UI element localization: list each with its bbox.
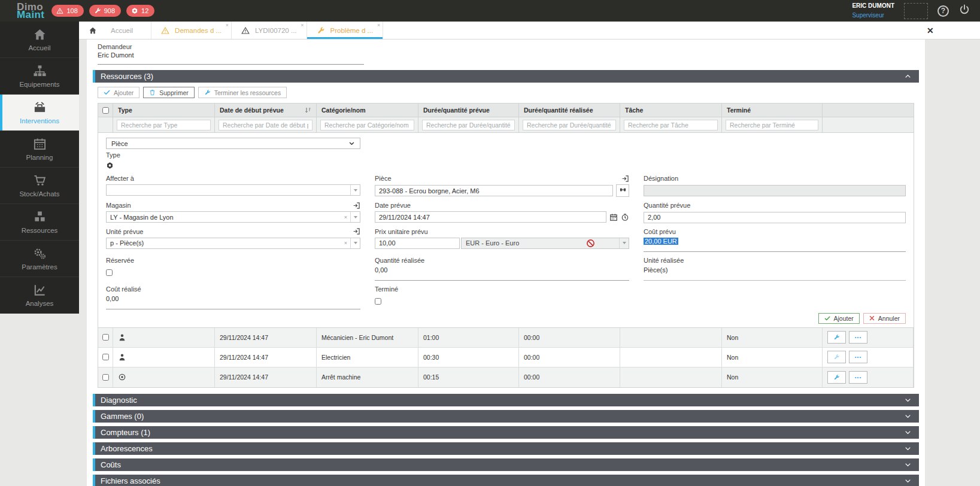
- table-row[interactable]: 29/11/2024 14:47 Electricien 00:30 00:00…: [98, 348, 914, 367]
- add-resource-button[interactable]: Ajouter: [98, 87, 139, 98]
- finish-row-button[interactable]: [827, 351, 846, 363]
- section-header-diagnostic[interactable]: Diagnostic: [93, 394, 919, 406]
- column-header[interactable]: Date de début prévue: [220, 107, 284, 114]
- chevron-down-icon[interactable]: [904, 429, 912, 436]
- column-header[interactable]: Durée/quantité prévue: [423, 107, 490, 114]
- chevron-down-icon[interactable]: [904, 396, 912, 404]
- reservee-field: Réservée: [106, 256, 360, 281]
- open-record-icon[interactable]: [353, 227, 360, 235]
- tab-accueil[interactable]: Accueil: [79, 22, 151, 39]
- select-all-checkbox[interactable]: [102, 107, 109, 114]
- section-title: Diagnostic: [101, 396, 137, 405]
- tab-close-icon[interactable]: ×: [377, 22, 380, 28]
- sidebar-item-stock-achats[interactable]: Stock/Achats: [0, 168, 79, 204]
- section-header-gammes[interactable]: Gammes (0): [93, 410, 919, 423]
- finish-row-button[interactable]: [827, 371, 846, 384]
- delete-resource-button[interactable]: Supprimer: [143, 87, 194, 98]
- avatar[interactable]: [904, 3, 928, 19]
- tab-close-icon[interactable]: ×: [226, 22, 229, 28]
- affecter-combobox[interactable]: [106, 184, 360, 196]
- row-planned: 01:00: [418, 328, 519, 347]
- wrench-count-badge[interactable]: 908: [89, 5, 121, 17]
- row-more-button[interactable]: •••: [849, 351, 867, 363]
- type-select[interactable]: Pièce: [106, 138, 360, 149]
- row-done: Non: [722, 367, 823, 387]
- tab-probleme[interactable]: Problème d ... ×: [307, 22, 384, 39]
- clear-icon[interactable]: ×: [341, 212, 350, 222]
- column-header[interactable]: Durée/quantité réalisée: [524, 107, 593, 114]
- search-type-input[interactable]: [117, 120, 211, 130]
- quantite-prevue-input[interactable]: [644, 212, 906, 223]
- search-done-input[interactable]: [726, 120, 818, 130]
- sidebar-item-interventions[interactable]: Interventions: [0, 95, 79, 131]
- column-header[interactable]: Type: [118, 107, 132, 114]
- clock-picker-icon[interactable]: [621, 213, 629, 221]
- tab-demandes[interactable]: Demandes d ... ×: [151, 22, 232, 39]
- chevron-down-icon[interactable]: [904, 461, 912, 469]
- dropdown-arrow-icon[interactable]: [350, 185, 360, 195]
- column-header[interactable]: Tâche: [625, 107, 643, 114]
- search-date-input[interactable]: [219, 120, 312, 130]
- user-info[interactable]: ERIC DUMONT Superviseur: [852, 2, 894, 19]
- nut-icon: [106, 162, 114, 169]
- finish-row-button[interactable]: [827, 331, 846, 344]
- search-task-input[interactable]: [624, 120, 718, 130]
- sidebar-item-analyses[interactable]: Analyses: [0, 277, 79, 314]
- sidebar-item-equipements[interactable]: Equipements: [0, 58, 79, 95]
- row-checkbox[interactable]: [102, 334, 109, 341]
- chevron-up-icon[interactable]: [904, 72, 912, 80]
- sidebar-item-planning[interactable]: Planning: [0, 131, 79, 168]
- dropdown-arrow-icon[interactable]: [350, 238, 360, 248]
- sidebar-item-parametres[interactable]: Paramètres: [0, 241, 79, 277]
- cout-realise-value: 0,00: [106, 295, 360, 309]
- help-icon[interactable]: ?: [937, 5, 949, 17]
- row-more-button[interactable]: •••: [849, 371, 867, 384]
- chart-icon: [33, 283, 47, 297]
- section-header-arborescences[interactable]: Arborescences: [93, 442, 919, 455]
- piece-input[interactable]: [375, 185, 613, 196]
- search-actual-input[interactable]: [523, 120, 616, 130]
- table-row[interactable]: 29/11/2024 14:47 Arrêt machine 00:15 00:…: [98, 367, 914, 387]
- reservee-checkbox[interactable]: [106, 269, 113, 276]
- termine-checkbox[interactable]: [375, 298, 381, 305]
- prix-unitaire-input[interactable]: [375, 238, 460, 249]
- section-header-couts[interactable]: Coûts: [93, 458, 919, 471]
- search-lookup-button[interactable]: [616, 184, 629, 197]
- date-prevue-input[interactable]: [375, 211, 606, 223]
- row-checkbox[interactable]: [102, 354, 109, 360]
- warning-count-badge[interactable]: 108: [51, 5, 83, 17]
- section-header-ressources[interactable]: Ressources (3): [93, 70, 919, 83]
- column-header[interactable]: Terminé: [727, 107, 751, 114]
- unite-prevue-combobox[interactable]: p - Pièce(s) ×: [106, 238, 360, 249]
- section-header-fichiers-associes[interactable]: Fichiers associés: [93, 475, 919, 486]
- search-planned-input[interactable]: [422, 120, 515, 130]
- row-more-button[interactable]: •••: [849, 331, 867, 344]
- open-record-icon[interactable]: [353, 202, 360, 209]
- cancel-button[interactable]: Annuler: [863, 313, 906, 324]
- tab-close-icon[interactable]: ×: [301, 22, 304, 28]
- sidebar-item-accueil[interactable]: Accueil: [0, 22, 79, 58]
- open-record-icon[interactable]: [621, 175, 629, 183]
- tab-lydi00720[interactable]: LYDI00720 ... ×: [232, 22, 307, 39]
- dropdown-arrow-icon[interactable]: [350, 212, 360, 222]
- resource-rows: 29/11/2024 14:47 Mécanicien - Eric Dumon…: [98, 327, 914, 387]
- magasin-combobox[interactable]: LY - Magasin de Lyon ×: [106, 211, 360, 223]
- section-header-compteurs[interactable]: Compteurs (1): [93, 426, 919, 439]
- window-close-icon[interactable]: ✕: [927, 26, 934, 35]
- finish-resources-button[interactable]: Terminer les ressources: [198, 87, 287, 98]
- chevron-down-icon[interactable]: [904, 477, 912, 485]
- calendar-picker-icon[interactable]: [609, 213, 618, 221]
- clear-icon[interactable]: ×: [341, 238, 350, 248]
- search-category-input[interactable]: [320, 120, 414, 130]
- nut-count-badge[interactable]: 12: [126, 5, 154, 17]
- sort-icon[interactable]: [304, 107, 311, 114]
- chevron-down-icon[interactable]: [904, 445, 912, 452]
- cout-realise-label: Coût réalisé: [106, 285, 141, 293]
- sidebar-item-ressources[interactable]: Ressources: [0, 204, 79, 241]
- row-checkbox[interactable]: [102, 374, 109, 381]
- logout-button[interactable]: [958, 4, 970, 18]
- chevron-down-icon[interactable]: [904, 412, 912, 420]
- confirm-add-button[interactable]: Ajouter: [818, 313, 860, 324]
- table-row[interactable]: 29/11/2024 14:47 Mécanicien - Eric Dumon…: [98, 328, 914, 348]
- column-header[interactable]: Catégorie/nom: [321, 107, 366, 114]
